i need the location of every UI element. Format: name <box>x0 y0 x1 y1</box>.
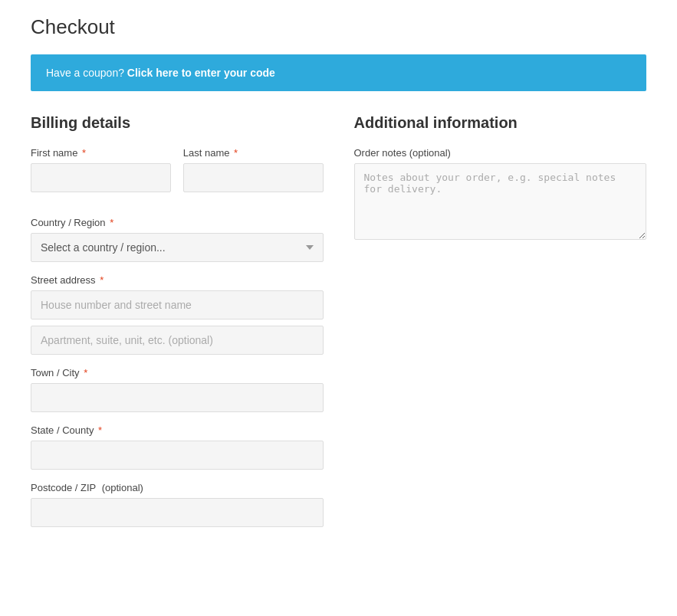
page-title: Checkout <box>31 15 646 39</box>
order-notes-label: Order notes (optional) <box>354 147 647 159</box>
billing-section: Billing details First name * Last name *… <box>31 114 324 539</box>
town-required: * <box>84 367 87 378</box>
country-label: Country / Region * <box>31 217 324 228</box>
first-name-group: First name * <box>31 147 171 192</box>
postcode-group: Postcode / ZIP (optional) <box>31 482 324 527</box>
postcode-input[interactable] <box>31 498 324 527</box>
postcode-label: Postcode / ZIP (optional) <box>31 482 324 493</box>
last-name-input[interactable] <box>183 163 324 192</box>
state-required: * <box>98 424 102 436</box>
order-notes-group: Order notes (optional) <box>354 147 647 240</box>
additional-title: Additional information <box>354 114 647 132</box>
town-city-label: Town / City * <box>31 367 324 378</box>
town-city-input[interactable] <box>31 383 324 412</box>
street-address-group: Street address * <box>31 274 324 355</box>
last-name-label: Last name * <box>183 147 324 159</box>
state-county-group: State / County * <box>31 424 324 470</box>
country-select[interactable]: Select a country / region... <box>31 233 324 262</box>
coupon-bar[interactable]: Have a coupon? Click here to enter your … <box>31 54 646 91</box>
town-city-group: Town / City * <box>31 367 324 412</box>
coupon-link[interactable]: Click here to enter your code <box>127 67 275 79</box>
country-group: Country / Region * Select a country / re… <box>31 217 324 262</box>
last-name-required: * <box>234 147 238 159</box>
state-county-input[interactable] <box>31 441 324 470</box>
last-name-group: Last name * <box>183 147 324 192</box>
name-row: First name * Last name * <box>31 147 324 205</box>
coupon-text: Have a coupon? <box>46 67 127 79</box>
street-address-label: Street address * <box>31 274 324 286</box>
order-notes-textarea[interactable] <box>354 163 647 240</box>
additional-section: Additional information Order notes (opti… <box>354 114 647 539</box>
first-name-label: First name * <box>31 147 171 159</box>
street-address-input1[interactable] <box>31 290 324 319</box>
street-address-input2[interactable] <box>31 326 324 355</box>
first-name-input[interactable] <box>31 163 171 192</box>
country-required: * <box>110 217 113 228</box>
state-county-label: State / County * <box>31 424 324 436</box>
street-required: * <box>100 274 104 286</box>
first-name-required: * <box>82 147 86 159</box>
billing-title: Billing details <box>31 114 324 132</box>
postcode-optional: (optional) <box>102 482 143 493</box>
